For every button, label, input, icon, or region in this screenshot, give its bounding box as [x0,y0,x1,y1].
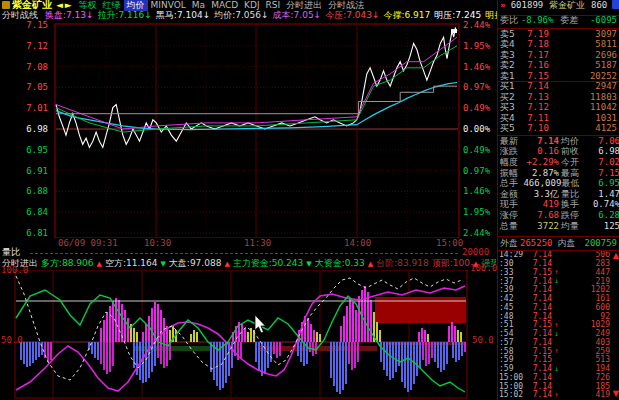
book-row-买2[interactable]: 买27.1311803 [498,92,619,103]
book-price: 7.11 [517,114,559,123]
book-row-卖3[interactable]: 卖37.172696 [498,50,619,61]
price-tick: 7.05 [8,83,48,92]
tick-time: :45 [498,304,526,312]
waipan-label: 外盘 [498,239,518,248]
stat-value-均量: 125 [585,222,619,231]
book-row-卖4[interactable]: 卖47.185811 [498,40,619,51]
weicha-label: 委差 [560,15,578,25]
book-label: 买4 [498,114,517,123]
book-row-卖2[interactable]: 卖27.165187 [498,61,619,72]
book-volume: 5187 [559,61,619,70]
stock-code: 601899 [511,0,544,10]
tick-volume: 92 [561,313,619,321]
tick-list[interactable]: 14:297.14506:307.14283:337.15↑447:377.14… [498,251,619,400]
kline-icon[interactable] [612,0,619,9]
tick-volume: 403 [561,339,619,347]
tick-arrow-icon: ↓ [552,278,561,285]
stats-row: 总手466,009最低6.95 [498,178,619,189]
indicator-换盘: 换盘:7.13↓ [45,10,94,20]
stat-label-量比: 量比 [559,190,585,199]
price-tick: 6.88 [8,187,48,196]
tick-volume: 185 [561,383,619,391]
book-price: 7.15 [517,72,559,81]
tick-time: :54 [498,330,526,338]
nav-next-icon[interactable]: ► [65,0,72,10]
liangbi-pane-label[interactable]: 量比 [2,248,20,257]
stat-label-总量: 总量 [498,222,524,231]
tick-volume: 600 [561,304,619,312]
tick-volume: 194 [561,365,619,373]
stats-row: 最新7.14均价7.06 [498,136,619,147]
book-price: 7.17 [517,51,559,60]
book-price: 7.14 [517,82,559,91]
indicator-y-tick: 50.0 [1,336,23,345]
stat-value-今开: 7.02 [585,158,619,167]
tick-scroll-down-icon[interactable]: ▼ [613,390,619,398]
book-row-买4[interactable]: 买47.111031 [498,113,619,124]
nav-prev-icon[interactable]: ◄ [56,0,63,10]
book-row-卖5[interactable]: 卖57.193097 [498,29,619,40]
book-volume: 11042 [559,103,619,112]
book-row-买3[interactable]: 买37.1211042 [498,103,619,114]
stat-label-跌停: 跌停 [559,211,585,220]
indicator-values: 换盘:7.13↓拉升:7.116↓黑马:7.104↓均价:7.056↓成本:7.… [45,10,536,20]
menu-items: 等权红绿均价MINVOLMaMACDKDJRSI分时进出分时战法 [76,0,368,10]
indicator-name: 分时战线 [2,10,38,20]
stat-value-跌停: 6.28 [585,211,619,220]
weibi-row: 委比 -8.96% 委差 -6095 [498,16,619,29]
weibi-value: -8.96% [521,15,554,25]
bottom-ind-台阶: 台阶:83.918 [376,259,429,268]
tick-time: 15:00 [498,374,526,382]
book-row-卖1[interactable]: 卖17.1520252 [498,71,619,82]
price-tick: 6.98 [8,125,48,134]
arrow-icon: ▼ [306,260,311,268]
stat-label-最低: 最低 [559,179,584,188]
sidebar-header: » 601899 紫金矿业 860 [498,0,619,16]
book-price: 7.12 [517,103,559,112]
stats-row: 振幅2.87%最高7.15 [498,168,619,179]
tick-price: 7.14 [526,304,552,312]
tick-volume: 249 [561,330,619,338]
stock-name: 紫金矿业 [549,0,585,10]
book-label: 卖3 [498,51,517,60]
app-icon [2,1,10,9]
neipan-label: 内盘 [558,239,576,248]
indicator-明压: 明压:7.245 [434,10,481,20]
expand-panel-icon[interactable]: » [500,0,506,10]
mouse-cursor [254,315,268,335]
tick-scroll-up-icon[interactable]: ▲ [613,252,619,260]
stat-label-涨跌: 涨跌 [498,147,524,156]
stat-label-均价: 均价 [559,137,585,146]
intraday-chart[interactable] [0,22,497,238]
percent-tick: 1.46% [463,63,497,72]
arrow-icon: ▲ [224,260,229,268]
stats-row: 幅度+2.29%今开7.02 [498,157,619,168]
book-price: 7.13 [517,93,559,102]
stat-label-前收: 前收 [559,147,585,156]
tick-row: :457.14600 [498,304,619,313]
stat-label-均量: 均量 [559,222,585,231]
percent-tick: 0.97% [463,83,497,92]
book-row-买1[interactable]: 买17.142947 [498,82,619,93]
stat-value-换手: 0.74% [585,200,619,209]
book-volume: 11803 [559,93,619,102]
book-row-买5[interactable]: 买57.104125 [498,124,619,135]
tick-price: 7.14 [526,330,552,338]
stat-label-今开: 今开 [559,158,585,167]
book-volume: 2696 [559,51,619,60]
time-tick: 15:00 [436,239,463,248]
tick-row: 15:027.14↑419 [498,391,619,400]
time-tick: 14:00 [344,239,371,248]
indicator-chart[interactable] [0,270,497,400]
book-label: 卖4 [498,40,517,49]
tick-row: 15:007.14726 [498,374,619,383]
tick-price: 7.14 [526,295,552,303]
book-price: 7.19 [517,30,559,39]
tick-row: :337.15↑447 [498,269,619,278]
stat-value-涨跌: 0.16 [524,147,559,156]
quote-sidebar: » 601899 紫金矿业 860 委比 -8.96% 委差 -6095 卖57… [497,0,619,400]
stat-value-金额: 3.3亿 [524,190,559,199]
bottom-indicator-header: 分时进出多方:88.906▲空方:11.164▼大盘:97.088▲主力资金:5… [2,259,496,269]
percent-tick: 0.97% [463,167,497,176]
book-volume: 3097 [559,30,619,39]
